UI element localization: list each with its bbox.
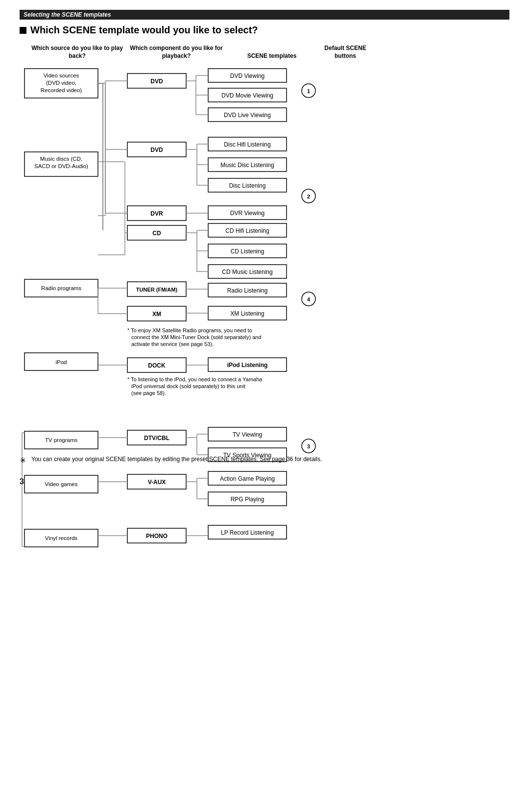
svg-text:activate the service (see page: activate the service (see page 53). [131,341,214,347]
section-title: Which SCENE template would you like to s… [20,25,509,36]
svg-text:DVD Viewing: DVD Viewing [230,73,264,79]
svg-text:Music discs (CD,: Music discs (CD, [40,156,82,162]
svg-text:XM: XM [152,311,161,318]
svg-text:* To listening to the iPod, yo: * To listening to the iPod, you need to … [127,376,263,382]
svg-text:4: 4 [307,296,311,302]
svg-text:TUNER (FM/AM): TUNER (FM/AM) [136,287,178,293]
sun-icon: ✳ [20,456,26,465]
svg-text:DVD Live Viewing: DVD Live Viewing [224,112,271,119]
svg-text:DVD: DVD [150,78,163,85]
svg-text:iPod: iPod [55,359,67,365]
svg-text:SACD or DVD-Audio): SACD or DVD-Audio) [34,163,88,169]
svg-text:CD: CD [152,230,161,237]
svg-text:DVR Viewing: DVR Viewing [230,210,264,217]
svg-text:Radio programs: Radio programs [41,285,81,291]
svg-text:DVR: DVR [150,210,163,217]
svg-text:Video sources: Video sources [44,73,79,78]
svg-text:Video games: Video games [45,481,78,487]
col-header-component: Which component do you like for playback… [130,45,223,60]
svg-text:Vinyl records: Vinyl records [45,535,78,541]
scene-diagram: Video sources (DVD video, Recorded video… [20,64,460,603]
svg-text:TV Viewing: TV Viewing [233,431,262,438]
svg-text:Recorded video): Recorded video) [41,87,82,93]
svg-text:connect the XM Mini-Tuner Dock: connect the XM Mini-Tuner Dock (sold sep… [131,334,262,340]
header-bar: Selecting the SCENE templates [20,10,509,20]
svg-text:LP Record Listening: LP Record Listening [221,529,274,536]
column-headers: Which source do you like to play back? W… [20,45,509,60]
col-header-buttons: Default SCENE buttons [321,45,370,60]
svg-text:Disc Listening: Disc Listening [229,182,266,189]
svg-text:iPod Listening: iPod Listening [227,362,268,369]
svg-text:1: 1 [307,88,310,94]
svg-text:Music Disc Listening: Music Disc Listening [220,162,274,169]
col-header-scene: SCENE templates [223,52,321,60]
svg-text:DVD: DVD [150,147,163,153]
svg-text:* To enjoy XM Satellite Radio : * To enjoy XM Satellite Radio programs, … [127,327,252,333]
svg-text:XM Listening: XM Listening [230,310,264,317]
svg-text:RPG Playing: RPG Playing [231,496,264,503]
col-header-source: Which source do you like to play back? [24,45,130,60]
svg-text:CD Listening: CD Listening [231,248,264,255]
svg-text:Radio Listening: Radio Listening [227,287,268,294]
svg-text:(see page 58).: (see page 58). [131,390,166,396]
svg-text:(DVD video,: (DVD video, [46,80,76,86]
svg-text:2: 2 [307,194,310,199]
svg-text:CD Hifi Listening: CD Hifi Listening [225,227,269,234]
svg-text:DOCK: DOCK [148,362,166,369]
svg-text:DTV/CBL: DTV/CBL [144,435,169,442]
svg-text:iPod universal dock (sold sepa: iPod universal dock (sold separately) to… [131,383,245,389]
svg-text:Action Game Playing: Action Game Playing [220,475,275,482]
svg-text:Disc Hifi Listening: Disc Hifi Listening [224,141,270,148]
section-title-icon [20,27,26,34]
footer-note: ✳ You can create your original SCENE tem… [20,456,509,463]
svg-text:V-AUX: V-AUX [148,479,166,486]
svg-text:PHONO: PHONO [146,533,168,540]
svg-text:3: 3 [307,443,310,449]
svg-text:TV programs: TV programs [45,437,78,443]
svg-text:DVD Movie Viewing: DVD Movie Viewing [221,92,273,99]
svg-text:CD Music Listening: CD Music Listening [222,269,272,275]
